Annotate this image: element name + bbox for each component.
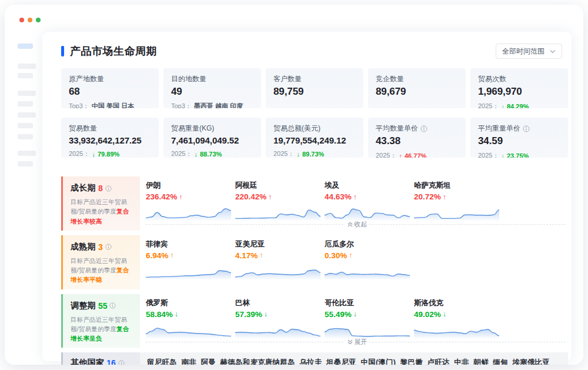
- stat-card-trade-quantity: 贸易数量 33,932,642,127.25 2025：↓79.89%: [61, 118, 159, 158]
- trend-arrow-icon: ↑: [268, 193, 272, 201]
- country-card[interactable]: 斯洛伐克 49.02%↓: [414, 294, 503, 338]
- country-list: 俄罗斯 58.84%↓ 巴林 57.39%↓ 哥伦比亚 55.49%↓: [146, 294, 568, 338]
- country-name: 哈萨克斯坦: [414, 181, 503, 191]
- time-range-select[interactable]: 全部时间范围: [496, 44, 562, 59]
- sidebar-item: [18, 64, 36, 69]
- lifecycle-sections: 成长期 8 目标产品近三年贸易额/贸易量的季度复合增长率较高 伊朗 236.42…: [61, 176, 568, 365]
- section-other-header: 其他国家 16: [61, 352, 140, 365]
- sidebar-item: [18, 151, 36, 156]
- country-card[interactable]: 伊朗 236.42%↑: [146, 176, 235, 221]
- section-growth: 成长期 8 目标产品近三年贸易额/贸易量的季度复合增长率较高 伊朗 236.42…: [61, 176, 568, 231]
- dashed-divider: [146, 342, 343, 342]
- stat-value: 19,779,554,249.12: [273, 135, 356, 145]
- sparkline-chart: [325, 262, 414, 279]
- stat-label: 贸易重量(KG): [171, 124, 214, 134]
- sidebar-item: [18, 73, 33, 78]
- stat-card-trade-total: 贸易总额(美元) 19,779,554,249.12 2025：↓89.73%: [266, 118, 363, 158]
- country-trend: 0.30%↑: [325, 251, 414, 260]
- country-trend: 236.42%↑: [146, 192, 235, 201]
- section-other-countries: 其他国家 16 留尼旺岛 南非 阿曼 赫德岛和麦克唐纳群岛 乌拉圭 坦桑尼亚 中…: [61, 352, 568, 365]
- section-mature: 成熟期 3 目标产品近三年贸易额/贸易量的季度复合增长率平稳 菲律宾 6.94%…: [61, 235, 568, 289]
- stat-label: 贸易次数: [478, 74, 506, 84]
- sparkline-chart: [235, 262, 325, 279]
- sparkline-chart: [146, 203, 235, 221]
- yoy-pct: 79.89%: [98, 151, 119, 158]
- stat-value: 49: [171, 86, 253, 98]
- chevron-double-down-icon: [348, 339, 353, 345]
- trend-arrow-icon: ↑: [259, 251, 263, 259]
- dashed-divider: [369, 224, 566, 225]
- info-icon[interactable]: [420, 125, 427, 132]
- country-card[interactable]: 阿根廷 220.42%↑: [235, 176, 325, 221]
- country-card[interactable]: 俄罗斯 58.84%↓: [146, 294, 235, 338]
- sidebar-item-active: [18, 44, 33, 49]
- country-trend: 58.84%↓: [146, 310, 235, 319]
- country-card[interactable]: 哈萨克斯坦 20.72%↑: [414, 176, 503, 221]
- country-card[interactable]: 哥伦比亚 55.49%↓: [325, 294, 414, 338]
- section-count: 8: [98, 184, 103, 193]
- country-card[interactable]: 亚美尼亚 4.17%↑: [235, 235, 325, 279]
- stat-card-avg-quantity-price: 平均数量单价 43.38 2025：↑46.77%: [368, 118, 466, 158]
- yoy-change: 2025：↓79.89%: [69, 149, 151, 158]
- sparkline-chart: [325, 203, 414, 221]
- country-card[interactable]: 厄瓜多尔 0.30%↑: [325, 235, 414, 279]
- stat-value: 43.38: [376, 135, 458, 147]
- country-name: 菲律宾: [146, 239, 235, 249]
- country-pct: 0.30%: [325, 251, 347, 260]
- country-trend: 57.39%↓: [235, 310, 325, 319]
- country-pct: 236.42%: [146, 192, 177, 201]
- info-icon[interactable]: [105, 185, 112, 192]
- trend-arrow-icon: ↓: [443, 310, 446, 318]
- sparkline-chart: [146, 321, 235, 338]
- stat-label: 平均重量单价: [478, 124, 520, 134]
- country-list: 伊朗 236.42%↑ 阿根廷 220.42%↑ 埃及 44.63%↑: [146, 176, 568, 221]
- country-name: 阿根廷: [235, 181, 325, 191]
- country-pct: 44.63%: [325, 192, 352, 201]
- maximize-window-icon[interactable]: [36, 18, 41, 22]
- expand-control[interactable]: 展开: [146, 338, 568, 346]
- collapse-control[interactable]: 收起: [146, 220, 568, 229]
- section-adjustment-header: 调整期 55 目标产品近三年贸易额/贸易量的季度复合增长率呈负: [61, 294, 140, 348]
- stat-card-trade-count: 贸易次数 1,969,970 2025：↓84.29%: [470, 68, 568, 108]
- trend-arrow-icon: ↑: [353, 193, 357, 201]
- country-card[interactable]: 菲律宾 6.94%↑: [146, 235, 235, 279]
- country-pct: 6.94%: [146, 251, 168, 260]
- yoy-change: 2025：↓23.75%: [478, 151, 560, 158]
- country-card[interactable]: 巴林 57.39%↓: [235, 294, 325, 338]
- country-card[interactable]: 埃及 44.63%↑: [325, 176, 414, 221]
- section-adjustment: 调整期 55 目标产品近三年贸易额/贸易量的季度复合增长率呈负 俄罗斯 58.8…: [61, 294, 568, 348]
- trend-arrow-icon: ↑: [170, 251, 173, 259]
- stat-card-avg-weight-price: 平均重量单价 34.59 2025：↓23.75%: [470, 118, 568, 158]
- stat-label: 客户数量: [273, 74, 302, 84]
- info-icon[interactable]: [118, 360, 125, 365]
- sidebar-item: [18, 123, 33, 128]
- country-trend: 6.94%↑: [146, 251, 235, 260]
- country-trend: 49.02%↓: [414, 310, 503, 319]
- stat-card-destination-count: 目的地数量 49 Top3：墨西哥 越南 印度: [163, 68, 261, 108]
- trend-arrow-icon: ↑: [179, 193, 182, 201]
- stat-value: 1,969,970: [478, 86, 560, 98]
- info-icon[interactable]: [109, 302, 116, 309]
- chevron-down-icon: [550, 49, 556, 54]
- sidebar-item: [18, 161, 33, 166]
- stat-value: 89,759: [273, 86, 356, 98]
- country-trend: 220.42%↑: [235, 192, 325, 201]
- info-icon[interactable]: [523, 125, 530, 132]
- sparkline-chart: [235, 203, 325, 221]
- yoy-year: 2025：: [478, 151, 499, 158]
- collapse-label: 收起: [355, 220, 368, 229]
- trend-arrow-icon: ↑: [399, 152, 402, 158]
- country-pct: 20.72%: [414, 192, 441, 201]
- sidebar-item: [18, 112, 36, 118]
- close-window-icon[interactable]: [19, 18, 24, 22]
- minimize-window-icon[interactable]: [28, 18, 32, 22]
- stat-label: 贸易数量: [69, 124, 97, 134]
- top3-values: 中国 美国 日本: [92, 102, 134, 108]
- trend-arrow-icon: ↓: [92, 151, 95, 158]
- info-icon[interactable]: [105, 244, 112, 250]
- sparkline-chart: [414, 203, 503, 221]
- expand-label: 展开: [355, 338, 368, 346]
- country-pct: 49.02%: [414, 310, 441, 319]
- chevron-double-up-icon: [348, 222, 353, 227]
- country-name: 厄瓜多尔: [325, 239, 414, 249]
